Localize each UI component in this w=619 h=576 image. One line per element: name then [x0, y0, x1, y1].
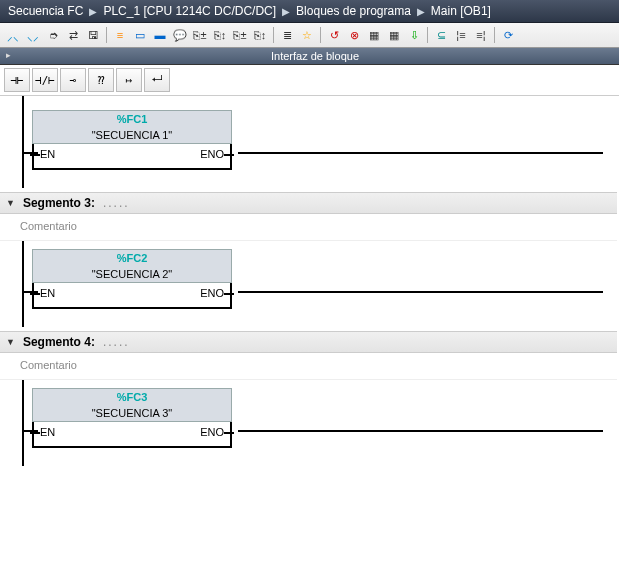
toolbar-btn[interactable]: ⊗ — [345, 26, 363, 44]
segment-title: Segmento 4: — [23, 335, 95, 349]
toolbar-btn[interactable]: ▦ — [365, 26, 383, 44]
power-rail — [22, 96, 24, 188]
toolbar-separator — [427, 27, 428, 43]
main-toolbar: ⸝⸜ ⸜⸝ ➮ ⇄ 🖫 ≡ ▭ ▬ 💬 ⎘± ⎘↕ ⎘± ⎘↕ ≣ ☆ ↺ ⊗ … — [0, 23, 619, 48]
toolbar-btn[interactable]: ⎘↕ — [251, 26, 269, 44]
network: %FC1 "SECUENCIA 1" EN ENO — [0, 96, 617, 188]
fc-name: "SECUENCIA 3" — [32, 405, 232, 422]
pin-eno: ENO — [200, 148, 224, 160]
chevron-right-icon: ▶ — [89, 6, 97, 17]
network: ▼ Segmento 3: ..... Comentario %FC2 "SEC… — [0, 192, 617, 327]
power-rail — [22, 241, 24, 327]
segment-comment[interactable]: Comentario — [0, 353, 617, 380]
segment-comment[interactable]: Comentario — [0, 214, 617, 241]
fc-call-block[interactable]: %FC3 "SECUENCIA 3" EN ENO — [32, 388, 232, 448]
fc-name: "SECUENCIA 1" — [32, 127, 232, 144]
toolbar-btn[interactable]: ¦≡ — [452, 26, 470, 44]
toolbar-btn[interactable]: ⟳ — [499, 26, 517, 44]
toolbar-btn[interactable]: ▬ — [151, 26, 169, 44]
chevron-right-icon: ▶ — [417, 6, 425, 17]
toolbar-btn[interactable]: ⸝⸜ — [4, 26, 22, 44]
toolbar-separator — [273, 27, 274, 43]
rung[interactable]: %FC2 "SECUENCIA 2" EN ENO — [0, 241, 617, 327]
segment-title: Segmento 3: — [23, 196, 95, 210]
ladder-coil[interactable]: ⊸ — [60, 68, 86, 92]
pin-en: EN — [40, 287, 55, 299]
interface-label: Interfaz de bloque — [271, 50, 359, 62]
network: ▼ Segmento 4: ..... Comentario %FC3 "SEC… — [0, 331, 617, 466]
fc-body: EN ENO — [32, 422, 232, 448]
toolbar-btn[interactable]: ↺ — [325, 26, 343, 44]
rung[interactable]: %FC1 "SECUENCIA 1" EN ENO — [0, 96, 617, 188]
toolbar-btn[interactable]: ▦ — [385, 26, 403, 44]
fc-body: EN ENO — [32, 283, 232, 309]
toolbar-btn[interactable]: ⸜⸝ — [24, 26, 42, 44]
wire — [238, 430, 603, 432]
toolbar-separator — [494, 27, 495, 43]
ladder-branch-open[interactable]: ↦ — [116, 68, 142, 92]
toolbar-btn[interactable]: ⇩ — [405, 26, 423, 44]
toolbar-btn[interactable]: ≡¦ — [472, 26, 490, 44]
ladder-contact-nc[interactable]: ⊣/⊢ — [32, 68, 58, 92]
fc-body: EN ENO — [32, 144, 232, 170]
breadcrumb-item[interactable]: PLC_1 [CPU 1214C DC/DC/DC] — [103, 4, 276, 18]
pin-en: EN — [40, 148, 55, 160]
toolbar-btn[interactable]: ⇄ — [64, 26, 82, 44]
toolbar-btn[interactable]: ⊆ — [432, 26, 450, 44]
toolbar-btn[interactable]: ➮ — [44, 26, 62, 44]
fc-name: "SECUENCIA 2" — [32, 266, 232, 283]
wire — [238, 291, 603, 293]
wire — [238, 152, 603, 154]
toolbar-btn[interactable]: ⎘± — [231, 26, 249, 44]
fc-call-block[interactable]: %FC2 "SECUENCIA 2" EN ENO — [32, 249, 232, 309]
toolbar-btn[interactable]: ⎘↕ — [211, 26, 229, 44]
pin-en: EN — [40, 426, 55, 438]
segment-dots: ..... — [103, 335, 130, 349]
ladder-empty-box[interactable]: ⁇ — [88, 68, 114, 92]
power-rail — [22, 380, 24, 466]
toolbar-btn[interactable]: ⎘± — [191, 26, 209, 44]
breadcrumb-item[interactable]: Main [OB1] — [431, 4, 491, 18]
breadcrumb-bar: Secuencia FC ▶ PLC_1 [CPU 1214C DC/DC/DC… — [0, 0, 619, 23]
ladder-branch-close[interactable]: ⮠ — [144, 68, 170, 92]
breadcrumb-item[interactable]: Bloques de programa — [296, 4, 411, 18]
collapse-triangle-icon[interactable]: ▼ — [6, 337, 15, 347]
rung[interactable]: %FC3 "SECUENCIA 3" EN ENO — [0, 380, 617, 466]
toolbar-btn[interactable]: ≡ — [111, 26, 129, 44]
toolbar-btn[interactable]: ≣ — [278, 26, 296, 44]
editor-content[interactable]: %FC1 "SECUENCIA 1" EN ENO ▼ Segmento 3: … — [0, 96, 619, 576]
interface-bar[interactable]: ▸ Interfaz de bloque — [0, 48, 619, 65]
toolbar-btn[interactable]: 🖫 — [84, 26, 102, 44]
segment-header[interactable]: ▼ Segmento 3: ..... — [0, 192, 617, 214]
ladder-toolbar: ⊣⊢ ⊣/⊢ ⊸ ⁇ ↦ ⮠ — [0, 65, 619, 96]
collapse-arrow-icon[interactable]: ▸ — [6, 50, 11, 60]
fc-address: %FC2 — [32, 249, 232, 266]
toolbar-btn[interactable]: 💬 — [171, 26, 189, 44]
breadcrumb-item[interactable]: Secuencia FC — [8, 4, 83, 18]
segment-dots: ..... — [103, 196, 130, 210]
fc-address: %FC1 — [32, 110, 232, 127]
ladder-contact-no[interactable]: ⊣⊢ — [4, 68, 30, 92]
pin-eno: ENO — [200, 287, 224, 299]
fc-call-block[interactable]: %FC1 "SECUENCIA 1" EN ENO — [32, 110, 232, 170]
toolbar-btn[interactable]: ☆ — [298, 26, 316, 44]
toolbar-btn[interactable]: ▭ — [131, 26, 149, 44]
chevron-right-icon: ▶ — [282, 6, 290, 17]
collapse-triangle-icon[interactable]: ▼ — [6, 198, 15, 208]
toolbar-separator — [320, 27, 321, 43]
pin-eno: ENO — [200, 426, 224, 438]
fc-address: %FC3 — [32, 388, 232, 405]
segment-header[interactable]: ▼ Segmento 4: ..... — [0, 331, 617, 353]
toolbar-separator — [106, 27, 107, 43]
